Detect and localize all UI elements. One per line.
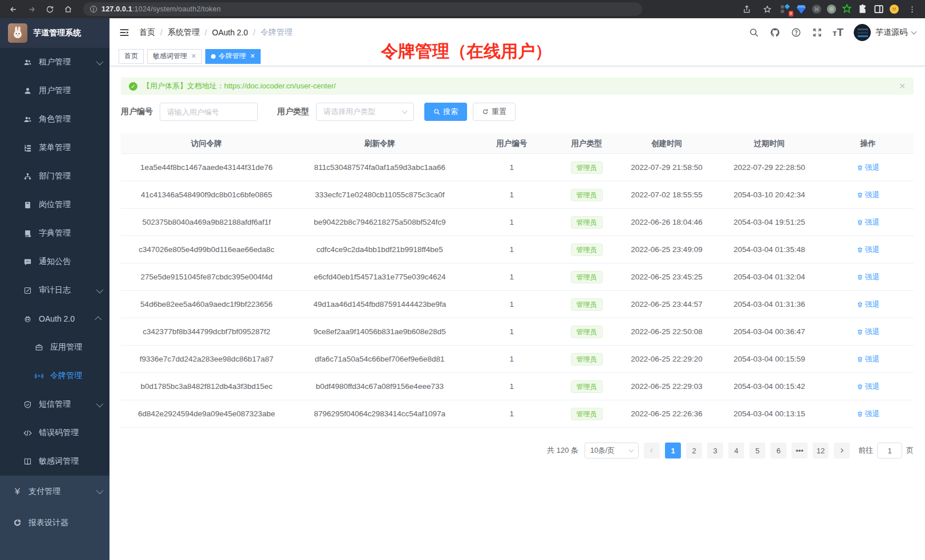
font-size-icon[interactable]: тT	[833, 27, 843, 38]
sidebar-item-sms[interactable]: 短信管理	[0, 390, 109, 419]
page-size-select[interactable]: 10条/页	[585, 443, 639, 458]
open-book-icon	[23, 457, 32, 466]
browser-menu-icon[interactable]	[904, 2, 919, 17]
sidebar-item-role[interactable]: 角色管理	[0, 105, 109, 133]
sidebar-item-user[interactable]: 用户管理	[0, 76, 109, 105]
side-panel-icon[interactable]	[874, 4, 884, 14]
sidebar-item-dict[interactable]: 字典管理	[0, 219, 109, 247]
pagination: 共 120 条 10条/页 123456•••12 前往 页	[121, 443, 914, 458]
user-type-badge: 管理员	[571, 161, 603, 174]
force-logout-button[interactable]: 强退	[857, 245, 880, 255]
profile-avatar-icon[interactable]	[890, 5, 899, 14]
user-menu[interactable]: 芋道源码	[854, 24, 916, 41]
user-type-badge: 管理员	[571, 216, 603, 229]
force-logout-button[interactable]: 强退	[857, 299, 880, 310]
expire-time-cell: 2054-03-04 01:32:04	[716, 273, 822, 281]
command-extension-icon[interactable]: ⌘	[812, 5, 821, 14]
url-bar[interactable]: i 127.0.0.1:1024/system/oauth2/token	[83, 2, 642, 16]
more-pages-button[interactable]: •••	[792, 443, 808, 458]
app-logo[interactable]: 芋道管理系统	[0, 18, 109, 48]
user-id-input[interactable]	[160, 103, 258, 121]
page-button-5[interactable]: 5	[749, 443, 765, 458]
page-button-2[interactable]: 2	[686, 443, 702, 458]
share-icon[interactable]	[739, 2, 754, 17]
sidebar-item-report[interactable]: 报表设计器	[0, 507, 109, 538]
search-icon[interactable]	[748, 27, 759, 38]
tag-令牌管理[interactable]: 令牌管理✕	[205, 49, 261, 64]
breadcrumb-item[interactable]: 系统管理	[168, 27, 200, 38]
gem-extension-icon[interactable]	[796, 4, 806, 14]
force-logout-button[interactable]: 强退	[857, 327, 880, 337]
force-logout-button[interactable]: 强退	[857, 382, 880, 392]
force-logout-button[interactable]: 强退	[857, 190, 880, 200]
help-icon[interactable]	[790, 27, 801, 38]
access-token-cell: 275e5de9151045fe87cbdc395e004f4d	[121, 273, 292, 281]
page-button-4[interactable]: 4	[728, 443, 744, 458]
tag-首页[interactable]: 首页	[119, 49, 144, 64]
force-logout-button[interactable]: 强退	[857, 272, 880, 282]
sidebar-item-notice[interactable]: 通知公告	[0, 247, 109, 276]
record-extension-icon[interactable]	[827, 5, 836, 14]
tag-敏感词管理[interactable]: 敏感词管理✕	[147, 49, 202, 64]
sidebar-menu: 租户管理用户管理角色管理菜单管理部门管理岗位管理字典管理通知公告审计日志OAut…	[0, 48, 109, 560]
browser-chrome: i 127.0.0.1:1024/system/oauth2/token 9 ⌘	[0, 0, 925, 18]
site-info-icon[interactable]: i	[90, 6, 97, 13]
sidebar-item-oauth2-app[interactable]: 应用管理	[0, 333, 109, 362]
tag-close-icon[interactable]: ✕	[250, 52, 255, 60]
sidebar-item-oauth2[interactable]: OAuth 2.0	[0, 305, 109, 333]
force-logout-button[interactable]: 强退	[857, 163, 880, 173]
prev-page-button[interactable]	[644, 443, 660, 458]
expire-time-cell: 2054-03-04 00:36:47	[716, 327, 822, 336]
home-icon[interactable]	[60, 2, 75, 17]
breadcrumb-item[interactable]: 首页	[139, 27, 155, 38]
browser-actions: 9 ⌘	[739, 2, 919, 17]
force-logout-button[interactable]: 强退	[857, 217, 880, 228]
breadcrumb-item[interactable]: OAuth 2.0	[212, 28, 248, 37]
sidebar-item-sensitive[interactable]: 敏感词管理	[0, 447, 109, 476]
sidebar-item-audit-log[interactable]: 审计日志	[0, 276, 109, 305]
expire-time-cell: 2054-03-10 20:42:34	[716, 190, 822, 199]
reset-button[interactable]: 重置	[473, 103, 516, 121]
github-icon[interactable]	[769, 27, 780, 38]
sidebar-item-error-code[interactable]: 错误码管理	[0, 419, 109, 447]
alert-close-icon[interactable]: ✕	[899, 82, 906, 91]
svg-text:A: A	[38, 374, 40, 378]
reload-icon[interactable]	[42, 2, 57, 17]
user-id-cell: 1	[467, 300, 556, 309]
page-button-1[interactable]: 1	[665, 443, 681, 458]
fullscreen-icon[interactable]	[812, 27, 822, 38]
create-time-cell: 2022-06-25 23:49:09	[617, 245, 716, 254]
user-type-select[interactable]: 请选择用户类型	[316, 103, 414, 121]
page-button-12[interactable]: 12	[813, 443, 829, 458]
force-logout-button[interactable]: 强退	[857, 409, 880, 419]
page-button-6[interactable]: 6	[770, 443, 786, 458]
sidebar-collapse-icon[interactable]	[119, 27, 130, 38]
goto-page-input[interactable]	[877, 443, 902, 458]
forward-icon[interactable]	[24, 2, 39, 17]
sidebar-item-oauth2-token[interactable]: A令牌管理	[0, 362, 109, 390]
green-star-extension-icon[interactable]	[842, 4, 852, 14]
sidebar-item-post[interactable]: 岗位管理	[0, 190, 109, 219]
access-token-cell: b0d1785bc3a8482f812db4a3f3bd15ec	[121, 382, 292, 391]
trash-icon	[857, 274, 863, 281]
search-button[interactable]: 搜索	[424, 103, 467, 121]
create-time-cell: 2022-07-02 18:55:55	[617, 190, 716, 199]
sidebar-item-dept[interactable]: 部门管理	[0, 162, 109, 190]
extensions-puzzle-icon[interactable]	[858, 4, 868, 14]
tag-close-icon[interactable]: ✕	[191, 52, 196, 60]
sidebar-item-pay[interactable]: 支付管理	[0, 476, 109, 507]
sidebar-item-menu[interactable]: 菜单管理	[0, 133, 109, 162]
page-button-3[interactable]: 3	[707, 443, 723, 458]
signal-icon: A	[34, 371, 43, 380]
force-logout-button[interactable]: 强退	[857, 354, 880, 364]
column-header: 创建时间	[617, 139, 716, 149]
sidebar-item-label: 岗位管理	[39, 200, 71, 210]
back-icon[interactable]	[6, 2, 21, 17]
user-type-cell: 管理员	[556, 298, 617, 311]
next-page-button[interactable]	[834, 443, 850, 458]
sidebar-item-tenant[interactable]: 租户管理	[0, 48, 109, 76]
doc-link[interactable]: https://doc.iocoder.cn/user-center/	[224, 82, 336, 90]
bookmark-star-icon[interactable]	[760, 2, 774, 17]
table-row: 275e5de9151045fe87cbdc395e004f4de6cfd40e…	[121, 263, 914, 291]
pixel-extension-icon[interactable]: 9	[780, 4, 790, 14]
